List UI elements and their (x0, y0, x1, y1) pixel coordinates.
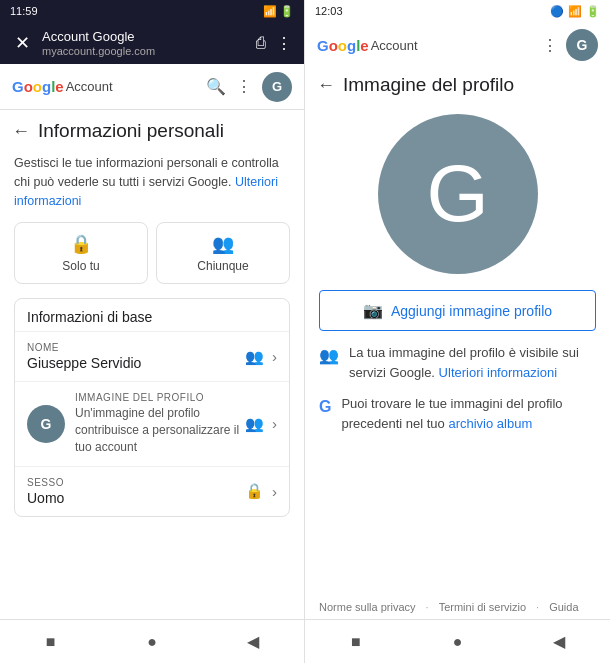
circle-btn-left[interactable]: ● (141, 631, 163, 653)
nav-title-block: Account Google myaccount.google.com (42, 29, 246, 57)
back-btn-right[interactable]: ◀ (548, 631, 570, 653)
row-content-sesso: SESSO Uomo (27, 477, 245, 506)
profile-avatar-large: G (378, 114, 538, 274)
google-g-icon: G (319, 395, 331, 419)
back-btn-left[interactable]: ◀ (242, 631, 264, 653)
lock-icon-sesso: 🔒 (245, 482, 264, 500)
back-arrow-left[interactable]: ← (12, 121, 30, 142)
chevron-right-nome: › (272, 348, 277, 365)
guide-link[interactable]: Guida (549, 601, 578, 613)
right-info-text-2: Puoi trovare le tue immagini del profilo… (341, 394, 596, 433)
camera-icon: 📷 (363, 301, 383, 320)
status-icons-right: 🔵 📶 🔋 (550, 5, 600, 18)
privacy-cards: 🔒 Solo tu 👥 Chiunque (14, 222, 290, 284)
browser-nav-bar: ✕ Account Google myaccount.google.com ⎙ … (0, 22, 304, 64)
profile-thumbnail: G (27, 405, 65, 443)
right-info-section: 👥 La tua immagine del profilo è visibile… (305, 343, 610, 445)
avatar-letter-large: G (426, 148, 488, 240)
header-icons-left: 🔍 ⋮ G (206, 72, 292, 102)
bottom-nav-left: ■ ● ◀ (0, 619, 304, 663)
privacy-card-chiunque[interactable]: 👥 Chiunque (156, 222, 290, 284)
left-panel: 11:59 📶 🔋 ✕ Account Google myaccount.goo… (0, 0, 305, 663)
privacy-card-label-solo: Solo tu (62, 259, 99, 273)
browser-nav-icons: ⎙ ⋮ (254, 32, 294, 55)
browser-url: myaccount.google.com (42, 45, 246, 57)
square-btn-left[interactable]: ■ (40, 631, 62, 653)
lock-icon: 🔒 (70, 233, 92, 255)
row-label-nome: NOME (27, 342, 245, 353)
time-left: 11:59 (10, 5, 38, 17)
ulteriori-info-link[interactable]: Ulteriori informazioni (439, 365, 557, 380)
share-icon[interactable]: ⎙ (254, 32, 268, 55)
row-desc-immagine: Un'immagine del profilo contribuisce a p… (75, 405, 245, 455)
search-icon[interactable]: 🔍 (206, 77, 226, 96)
circle-btn-right[interactable]: ● (446, 631, 468, 653)
archivio-album-link[interactable]: archivio album (448, 416, 532, 431)
row-nome[interactable]: NOME Giuseppe Servidio 👥 › (15, 331, 289, 381)
status-bar-right: 12:03 🔵 📶 🔋 (305, 0, 610, 22)
row-label-sesso: SESSO (27, 477, 245, 488)
logo-account-text: Account (66, 79, 113, 94)
app-header-left: Google Account 🔍 ⋮ G (0, 64, 304, 110)
user-avatar-right[interactable]: G (566, 29, 598, 61)
profile-image-container: G (305, 100, 610, 290)
row-content-immagine: IMMAGINE DEL PROFILO Un'immagine del pro… (75, 392, 245, 455)
bottom-nav-right: ■ ● ◀ (305, 619, 610, 663)
row-sesso[interactable]: SESSO Uomo 🔒 › (15, 466, 289, 516)
more-options-icon-right[interactable]: ⋮ (542, 36, 558, 55)
square-btn-right[interactable]: ■ (345, 631, 367, 653)
row-value-sesso: Uomo (27, 490, 245, 506)
people-icon-nome: 👥 (245, 348, 264, 366)
privacy-link[interactable]: Norme sulla privacy (319, 601, 416, 613)
row-content-nome: NOME Giuseppe Servidio (27, 342, 245, 371)
app-header-right: Google Account ⋮ G (305, 22, 610, 68)
people-icon-immagine: 👥 (245, 415, 264, 433)
chevron-right-sesso: › (272, 483, 277, 500)
right-info-row-1: 👥 La tua immagine del profilo è visibile… (319, 343, 596, 382)
row-immagine[interactable]: G IMMAGINE DEL PROFILO Un'immagine del p… (15, 381, 289, 465)
row-value-nome: Giuseppe Servidio (27, 355, 245, 371)
back-arrow-right[interactable]: ← (317, 75, 335, 96)
row-icons-nome: 👥 › (245, 348, 277, 366)
row-label-immagine: IMMAGINE DEL PROFILO (75, 392, 245, 403)
time-right: 12:03 (315, 5, 343, 17)
browser-title: Account Google (42, 29, 246, 45)
people-icon: 👥 (212, 233, 234, 255)
info-section: Informazioni di base NOME Giuseppe Servi… (14, 298, 290, 516)
privacy-card-solo[interactable]: 🔒 Solo tu (14, 222, 148, 284)
google-logo-right: Google Account (317, 37, 418, 54)
user-avatar-small[interactable]: G (262, 72, 292, 102)
close-tab-button[interactable]: ✕ (10, 32, 34, 54)
google-logo: Google Account (12, 78, 113, 95)
terms-link[interactable]: Termini di servizio (439, 601, 526, 613)
right-header-icons: ⋮ G (542, 29, 598, 61)
right-info-text-1: La tua immagine del profilo è visibile s… (349, 343, 596, 382)
page-content-left: Gestisci le tue informazioni personali e… (0, 146, 304, 619)
more-icon[interactable]: ⋮ (274, 32, 294, 55)
section-title: Informazioni di base (15, 299, 289, 331)
chevron-right-immagine: › (272, 415, 277, 432)
page-nav-right: ← Immagine del profilo (305, 68, 610, 100)
status-bar-left: 11:59 📶 🔋 (0, 0, 304, 22)
logo-account-text-right: Account (371, 38, 418, 53)
add-photo-label: Aggiungi immagine profilo (391, 303, 552, 319)
status-icons-left: 📶 🔋 (263, 5, 294, 18)
more-options-icon[interactable]: ⋮ (236, 77, 252, 96)
page-title-left: Informazioni personali (38, 120, 224, 142)
people-icon-right: 👥 (319, 344, 339, 368)
right-footer: Norme sulla privacy · Termini di servizi… (305, 593, 610, 619)
page-description: Gestisci le tue informazioni personali e… (14, 154, 290, 210)
privacy-card-label-chiunque: Chiunque (197, 259, 248, 273)
right-info-row-2: G Puoi trovare le tue immagini del profi… (319, 394, 596, 433)
row-icons-immagine: 👥 › (245, 415, 277, 433)
add-photo-button[interactable]: 📷 Aggiungi immagine profilo (319, 290, 596, 331)
page-nav-left: ← Informazioni personali (0, 110, 304, 146)
page-title-right: Immagine del profilo (343, 74, 514, 96)
row-icons-sesso: 🔒 › (245, 482, 277, 500)
right-panel: 12:03 🔵 📶 🔋 Google Account ⋮ G ← Immagin… (305, 0, 610, 663)
